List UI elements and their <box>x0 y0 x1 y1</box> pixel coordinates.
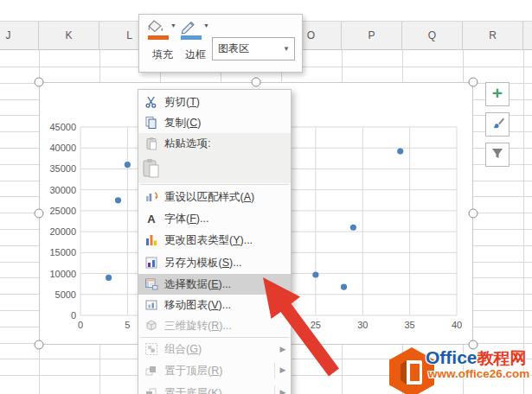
data-point[interactable] <box>350 225 356 231</box>
submenu-arrow-icon: ▶ <box>274 363 291 378</box>
menu-item-label: 剪切(T) <box>164 95 291 110</box>
brush-icon <box>490 115 505 134</box>
selection-handle[interactable] <box>35 340 44 350</box>
column-gridline <box>523 49 524 394</box>
column-header-R[interactable]: R <box>463 22 523 49</box>
fill-button-label: 填充 <box>146 48 179 62</box>
menu-item-label: 重设以匹配样式(A) <box>164 190 291 205</box>
axis-tick-label: 5 <box>125 320 130 330</box>
mini-toolbar: ▼ 填充 ▼ 边框 图表区 ▼ <box>138 14 303 73</box>
chart-styles-button[interactable] <box>485 112 510 137</box>
border-button-label: 边框 <box>179 48 212 62</box>
selection-handle[interactable] <box>35 209 44 219</box>
menu-separator <box>140 184 289 185</box>
office26-watermark: Office教程网 www.office26.com <box>381 344 532 394</box>
watermark-url: www.office26.com <box>428 367 529 380</box>
menu-item-send-to-back: 置于底层(K)▶ <box>138 382 291 394</box>
menu-item-group: 组合(G)▶ <box>138 339 291 359</box>
selection-handle[interactable] <box>35 78 44 87</box>
column-header-J[interactable]: J <box>0 22 39 49</box>
axis-tick-label: 30 <box>357 320 368 330</box>
axis-tick-label: 10000 <box>49 269 76 279</box>
combo-caret-icon[interactable]: ▼ <box>283 45 290 53</box>
menu-item-label: 选择数据(E)... <box>164 277 291 292</box>
submenu-arrow-icon: ▶ <box>275 345 291 353</box>
axis-tick-label: 35000 <box>49 163 76 174</box>
paste-icon <box>138 137 164 150</box>
menu-item-label: 字体(F)... <box>164 212 291 226</box>
menu-item-label: 复制(C) <box>164 116 291 130</box>
group-icon <box>138 342 164 356</box>
menu-separator <box>140 337 289 338</box>
data-point[interactable] <box>341 283 347 289</box>
menu-item-label: 另存为模板(S)... <box>164 256 291 270</box>
axis-tick-label: 0 <box>78 320 83 330</box>
data-point[interactable] <box>125 162 131 168</box>
chart-element-combobox[interactable]: 图表区 ▼ <box>212 37 295 60</box>
move-chart-icon <box>138 298 164 312</box>
fill-button[interactable]: ▼ <box>146 19 179 43</box>
axis-tick-label: 5000 <box>55 289 76 300</box>
menu-item-label: 置于顶层(R) <box>164 364 274 378</box>
font-icon: A <box>138 213 164 226</box>
menu-item-rotation-3d: 三维旋转(R)... <box>138 315 291 336</box>
menu-item-select-data[interactable]: 选择数据(E)... <box>138 274 291 295</box>
selection-handle[interactable] <box>469 209 478 219</box>
cube-icon <box>138 319 164 333</box>
send-back-icon <box>138 386 164 394</box>
data-point[interactable] <box>115 197 121 203</box>
chart-filters-button[interactable] <box>485 143 510 167</box>
chart-elements-button[interactable]: + <box>485 82 510 106</box>
axis-tick-label: 40000 <box>49 143 76 153</box>
menu-item-save-template[interactable]: 另存为模板(S)... <box>138 251 291 274</box>
combo-value: 图表区 <box>218 41 249 56</box>
excel-window: JKLMNOPQR 051015202530354005000100001500… <box>0 0 532 394</box>
menu-item-change-chart-type[interactable]: 更改图表类型(Y)... <box>138 229 291 251</box>
fill-color-swatch <box>148 35 169 40</box>
border-button[interactable]: ▼ <box>179 19 212 43</box>
axis-tick-label: 35 <box>405 320 415 330</box>
selection-handle[interactable] <box>469 78 478 87</box>
menu-item-paste-options[interactable]: 粘贴选项: <box>138 133 291 154</box>
reset-style-icon <box>138 190 164 204</box>
axis-tick-label: 25000 <box>49 206 76 216</box>
selection-handle[interactable] <box>252 78 261 87</box>
data-point[interactable] <box>397 148 403 154</box>
save-template-icon <box>138 256 164 270</box>
menu-item-label: 粘贴选项: <box>164 137 291 151</box>
axis-tick-label: 0 <box>71 310 76 321</box>
fill-dropdown-caret[interactable]: ▼ <box>170 22 176 29</box>
border-dropdown-caret[interactable]: ▼ <box>203 22 209 29</box>
menu-item-label: 置于底层(K) <box>164 386 274 394</box>
axis-tick-label: 20000 <box>49 226 76 237</box>
menu-item-reset-style[interactable]: 重设以匹配样式(A) <box>138 186 291 208</box>
axis-tick-label: 15000 <box>49 247 76 257</box>
watermark-brand: Office <box>426 347 478 367</box>
select-data-icon <box>138 277 164 291</box>
axis-tick-label: 45000 <box>49 122 76 132</box>
column-header-P[interactable]: P <box>342 22 402 49</box>
context-menu: 剪切(T)复制(C)粘贴选项:重设以匹配样式(A)A字体(F)...更改图表类型… <box>138 89 292 394</box>
bring-front-icon <box>138 364 164 378</box>
axis-tick-label: 25 <box>311 320 321 330</box>
plus-icon: + <box>492 85 503 102</box>
menu-item-label: 组合(G) <box>164 342 275 357</box>
chart-type-icon <box>138 233 164 247</box>
axis-tick-label: 30000 <box>49 185 76 195</box>
data-point[interactable] <box>106 275 112 281</box>
menu-item-font[interactable]: A字体(F)... <box>138 208 291 229</box>
menu-item-paste-default[interactable] <box>138 154 291 183</box>
menu-item-copy[interactable]: 复制(C) <box>138 112 291 133</box>
menu-item-label: 更改图表类型(Y)... <box>164 233 291 248</box>
column-header-K[interactable]: K <box>39 22 99 49</box>
menu-item-move-chart[interactable]: 移动图表(V)... <box>138 295 291 315</box>
funnel-icon <box>490 145 505 164</box>
data-point[interactable] <box>312 271 318 277</box>
copy-icon <box>138 116 164 130</box>
menu-item-bring-to-front: 置于顶层(R)▶ <box>138 359 291 382</box>
watermark-brand-cn: 教程网 <box>478 349 527 367</box>
menu-item-cut[interactable]: 剪切(T) <box>138 92 291 112</box>
column-header-Q[interactable]: Q <box>402 22 463 49</box>
menu-item-label: 移动图表(V)... <box>164 298 291 313</box>
axis-tick-label: 40 <box>452 320 462 330</box>
